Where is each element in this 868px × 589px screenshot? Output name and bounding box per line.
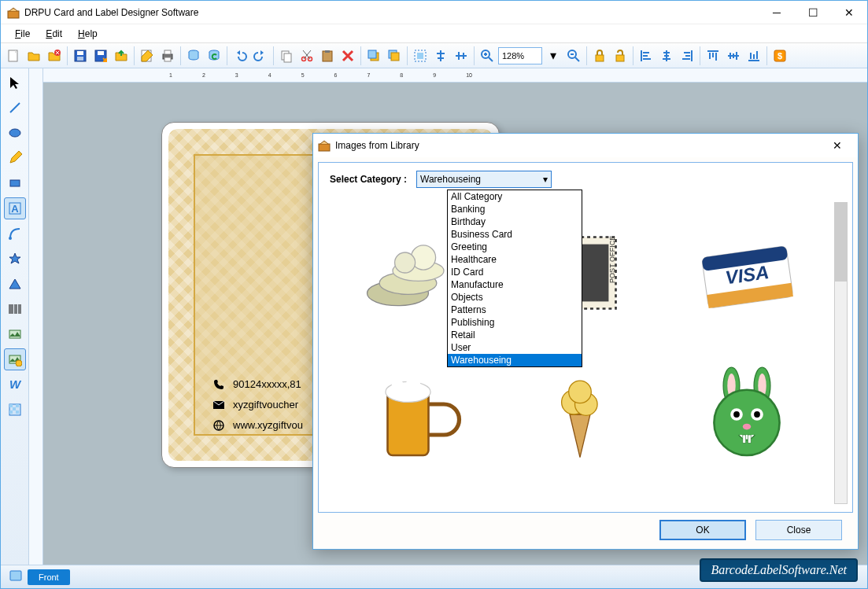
print-button[interactable] xyxy=(158,46,177,65)
option-business-card[interactable]: Business Card xyxy=(448,228,582,241)
option-manufacture[interactable]: Manufacture xyxy=(448,278,582,291)
svg-rect-50 xyxy=(319,144,330,151)
front-tab[interactable]: Front xyxy=(28,569,70,585)
app-icon xyxy=(7,6,20,19)
main-window: DRPU Card and Label Designer Software ─ … xyxy=(0,0,868,589)
close-file-button[interactable] xyxy=(45,46,64,65)
library-image-rabbit[interactable] xyxy=(663,344,830,485)
option-greeting[interactable]: Greeting xyxy=(448,241,582,253)
save-as-button[interactable] xyxy=(91,46,110,65)
option-retail[interactable]: Retail xyxy=(448,329,582,341)
text-tool[interactable]: A xyxy=(4,197,26,219)
align-top-button[interactable] xyxy=(704,46,722,65)
option-patterns[interactable]: Patterns xyxy=(448,304,582,316)
image-tool[interactable] xyxy=(4,323,26,345)
undo-button[interactable] xyxy=(231,46,249,65)
align-middle-button[interactable] xyxy=(724,46,743,65)
edit-button[interactable] xyxy=(138,46,157,65)
copy-button[interactable] xyxy=(277,46,296,65)
triangle-tool[interactable] xyxy=(4,273,26,295)
category-label: Select Category : xyxy=(330,174,407,185)
pattern-tool[interactable] xyxy=(4,399,26,421)
category-select[interactable]: Warehouseing ▾ xyxy=(416,171,552,188)
delete-button[interactable] xyxy=(338,46,357,65)
dialog-close-button[interactable]: ✕ xyxy=(822,134,853,156)
unlock-button[interactable] xyxy=(611,46,630,65)
align-center-h-button[interactable] xyxy=(431,46,450,65)
chevron-down-icon: ▾ xyxy=(543,174,548,185)
option-birthday[interactable]: Birthday xyxy=(448,215,582,228)
align-right-button[interactable] xyxy=(678,46,696,65)
library-image-visa-card[interactable]: VISA xyxy=(663,202,830,344)
svg-rect-44 xyxy=(13,407,16,410)
paste-button[interactable] xyxy=(318,46,337,65)
pencil-tool[interactable] xyxy=(4,147,26,169)
menu-edit[interactable]: Edit xyxy=(38,28,70,39)
email-icon xyxy=(212,399,225,411)
menu-file[interactable]: File xyxy=(7,28,38,39)
email-text: xyzgiftvoucher xyxy=(233,395,298,415)
option-healthcare[interactable]: Healthcare xyxy=(448,253,582,266)
wordart-tool[interactable]: W xyxy=(4,374,26,396)
tool-panel: A W xyxy=(1,68,29,565)
svg-rect-10 xyxy=(164,50,171,54)
option-user[interactable]: User xyxy=(448,341,582,354)
open-button[interactable] xyxy=(24,46,43,65)
arc-tool[interactable] xyxy=(4,223,26,245)
dialog-title-bar: Images from Library ✕ xyxy=(313,134,858,157)
dialog-title: Images from Library xyxy=(335,140,822,151)
select-all-button[interactable] xyxy=(411,46,430,65)
svg-rect-42 xyxy=(9,404,13,407)
svg-rect-7 xyxy=(98,51,104,55)
maximize-button[interactable]: ☐ xyxy=(795,1,831,24)
window-controls: ─ ☐ ✕ xyxy=(759,1,867,24)
barcode-tool[interactable] xyxy=(4,298,26,320)
line-tool[interactable] xyxy=(4,97,26,119)
window-title: DRPU Card and Label Designer Software xyxy=(24,7,759,18)
minimize-button[interactable]: ─ xyxy=(759,1,795,24)
option-all-category[interactable]: All Category xyxy=(448,190,582,203)
bring-front-button[interactable] xyxy=(364,46,383,65)
option-id-card[interactable]: ID Card xyxy=(448,266,582,278)
align-center-button[interactable] xyxy=(657,46,676,65)
align-center-v-button[interactable] xyxy=(452,46,471,65)
zoom-in-button[interactable] xyxy=(478,46,497,65)
send-back-button[interactable] xyxy=(385,46,404,65)
category-dropdown[interactable]: All Category Banking Birthday Business C… xyxy=(447,190,582,367)
price-button[interactable]: $ xyxy=(770,46,789,65)
star-tool[interactable] xyxy=(4,248,26,270)
database-refresh-button[interactable] xyxy=(205,46,223,65)
ok-button[interactable]: OK xyxy=(659,520,746,540)
svg-rect-49 xyxy=(10,571,21,580)
save-button[interactable] xyxy=(71,46,90,65)
export-button[interactable] xyxy=(112,46,131,65)
svg-rect-21 xyxy=(368,50,376,58)
option-warehouseing[interactable]: Warehouseing xyxy=(448,354,582,366)
zoom-dropdown-button[interactable]: ▾ xyxy=(544,46,563,65)
svg-rect-43 xyxy=(16,404,19,407)
library-image-tool[interactable] xyxy=(4,348,26,370)
option-publishing[interactable]: Publishing xyxy=(448,316,582,329)
option-banking[interactable]: Banking xyxy=(448,203,582,215)
close-button[interactable]: ✕ xyxy=(831,1,867,24)
ellipse-tool[interactable] xyxy=(4,122,26,144)
new-button[interactable] xyxy=(4,46,23,65)
align-left-button[interactable] xyxy=(637,46,656,65)
rectangle-tool[interactable] xyxy=(4,172,26,194)
dialog-body: Select Category : Warehouseing ▾ All Cat… xyxy=(318,162,853,513)
menu-help[interactable]: Help xyxy=(70,28,105,39)
dialog-scrollbar[interactable] xyxy=(834,202,848,504)
svg-text:A: A xyxy=(11,203,19,215)
cut-button[interactable] xyxy=(297,46,316,65)
zoom-input[interactable] xyxy=(498,47,542,64)
web-icon xyxy=(212,419,225,432)
align-bottom-button[interactable] xyxy=(744,46,763,65)
database-button[interactable] xyxy=(184,46,203,65)
scrollbar-thumb[interactable] xyxy=(835,203,847,282)
zoom-out-button[interactable] xyxy=(564,46,583,65)
lock-button[interactable] xyxy=(590,46,609,65)
redo-button[interactable] xyxy=(251,46,270,65)
close-dialog-button[interactable]: Close xyxy=(755,520,842,540)
option-objects[interactable]: Objects xyxy=(448,291,582,304)
select-tool[interactable] xyxy=(4,72,26,94)
